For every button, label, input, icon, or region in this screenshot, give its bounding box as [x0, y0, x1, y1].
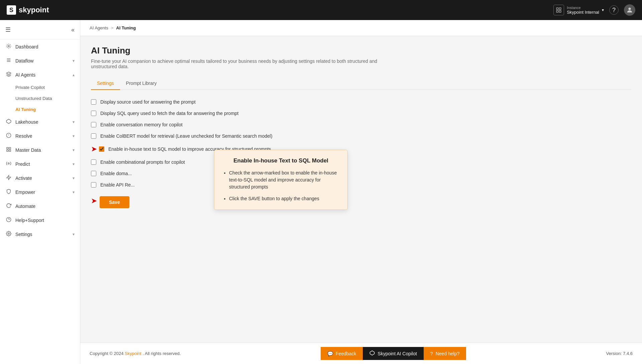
checkbox-label-8: Enable API Re... [100, 182, 135, 188]
checkbox-row-7: Enable doma... [91, 171, 631, 176]
page-subtitle: Fine-tune your AI companion to achieve o… [91, 58, 392, 69]
copilot-button[interactable]: Skypoint AI Copilot [363, 347, 424, 360]
sidebar-item-master-data[interactable]: Master Data ▾ [0, 143, 80, 157]
collapse-sidebar-icon[interactable]: « [71, 26, 75, 33]
checkbox-row-4: Enable ColBERT model for retrieval (Leav… [91, 133, 631, 139]
sidebar-item-resolve[interactable]: Resolve ▾ [0, 129, 80, 143]
page-title: AI Tuning [91, 45, 631, 56]
content-area: AI Agents > AI Tuning AI Tuning Fine-tun… [80, 20, 642, 364]
need-help-icon: ? [430, 351, 433, 356]
svg-rect-13 [9, 150, 11, 151]
dataflow-icon [5, 57, 12, 64]
checkbox-row-6: Enable combinational prompts for copilot [91, 159, 631, 165]
checkbox-combinational-prompts[interactable] [91, 159, 96, 165]
lakehouse-icon [5, 119, 12, 125]
chevron-down-icon: ▾ [602, 8, 604, 12]
checkbox-row-1: Display source used for answering the pr… [91, 99, 631, 105]
sidebar: ☰ « Dashboard Dataflow ▾ AI Agents ▴ Pri… [0, 20, 80, 364]
sidebar-item-private-copilot[interactable]: Private Copilot [0, 82, 80, 93]
sidebar-item-settings[interactable]: Settings ▾ [0, 227, 80, 241]
sidebar-item-activate[interactable]: Activate ▾ [0, 171, 80, 185]
svg-rect-3 [559, 11, 561, 12]
checkbox-display-sql[interactable] [91, 111, 96, 116]
checkbox-row-2: Display SQL query used to fetch the data… [91, 111, 631, 116]
checkbox-api[interactable] [91, 182, 96, 188]
app-logo[interactable]: S skypoint [7, 5, 49, 15]
chevron-icon: ▴ [73, 73, 75, 77]
tabs: Settings Prompt Library [91, 77, 631, 90]
svg-marker-15 [7, 175, 11, 179]
save-button[interactable]: Save [100, 196, 129, 208]
sidebar-item-help-support[interactable]: Help+Support [0, 213, 80, 227]
sidebar-item-dataflow[interactable]: Dataflow ▾ [0, 54, 80, 68]
dashboard-icon [5, 43, 12, 50]
checkbox-label-3: Enable conversation memory for copilot [100, 122, 183, 127]
sidebar-item-ai-agents[interactable]: AI Agents ▴ [0, 68, 80, 82]
svg-marker-6 [6, 119, 11, 123]
checkbox-row-3: Enable conversation memory for copilot [91, 122, 631, 127]
sidebar-item-ai-tuning[interactable]: AI Tuning [0, 104, 80, 115]
svg-marker-19 [370, 351, 374, 355]
checkbox-domain[interactable] [91, 171, 96, 176]
logo-letter: S [7, 5, 16, 15]
avatar[interactable] [624, 4, 635, 16]
breadcrumb-parent[interactable]: AI Agents [90, 25, 108, 30]
chevron-icon: ▾ [73, 190, 75, 195]
need-help-button[interactable]: ? Need help? [424, 347, 466, 360]
tooltip-title: Enable In-house Text to SQL Model [223, 157, 339, 164]
sidebar-item-label: Lakehouse [15, 119, 38, 125]
master-data-icon [5, 147, 12, 153]
instance-label: Instance [567, 6, 599, 10]
arrow-indicator-5: ➤ [91, 145, 99, 153]
sidebar-item-automate[interactable]: Automate [0, 199, 80, 213]
version-text: Version: 7.4.6 [606, 351, 633, 356]
red-arrow-save-icon: ➤ [91, 197, 97, 205]
sidebar-item-unstructured-data[interactable]: Unstructured Data [0, 93, 80, 104]
tooltip-item-1: Check the arrow-marked box to enable the… [229, 169, 339, 191]
sidebar-item-label: Help+Support [15, 218, 44, 223]
checkbox-colbert[interactable] [91, 133, 96, 139]
checkbox-conversation-memory[interactable] [91, 122, 96, 127]
tooltip-list: Check the arrow-marked box to enable the… [223, 169, 339, 202]
settings-icon [5, 231, 12, 238]
action-buttons-group: 💬 Feedback Skypoint AI Copilot ? Need he… [321, 347, 466, 360]
bottom-bar: Copyright © 2024 Skypoint . All rights r… [80, 343, 642, 364]
brand-link[interactable]: Skypoint [125, 351, 141, 356]
chevron-icon: ▾ [73, 134, 75, 138]
copilot-icon [369, 350, 375, 357]
checkbox-label-4: Enable ColBERT model for retrieval (Leav… [100, 133, 273, 139]
save-row: ➤ Save [91, 194, 631, 208]
chevron-icon: ▾ [73, 148, 75, 152]
checkbox-label-1: Display source used for answering the pr… [100, 99, 196, 105]
chevron-icon: ▾ [73, 120, 75, 124]
checkbox-row-5: ➤ Enable in-house text to SQL model to i… [91, 145, 631, 153]
checkbox-row-8: Enable API Re... [91, 182, 631, 188]
feedback-icon: 💬 [327, 351, 333, 356]
instance-selector[interactable]: Instance Skypoint Internal ▾ [553, 5, 604, 15]
sidebar-item-label: Dataflow [15, 58, 33, 64]
breadcrumb-separator: > [111, 25, 114, 30]
checkbox-display-source[interactable] [91, 99, 96, 105]
sidebar-item-label: AI Agents [15, 72, 35, 78]
tab-prompt-library[interactable]: Prompt Library [120, 77, 163, 90]
rights-text: . All rights reserved. [142, 351, 181, 356]
checkbox-label-7: Enable doma... [100, 171, 132, 176]
sidebar-item-label: Settings [15, 232, 32, 237]
svg-point-18 [8, 233, 9, 234]
help-icon[interactable]: ? [609, 5, 619, 15]
svg-rect-12 [7, 150, 8, 151]
sidebar-item-label: Empower [15, 190, 35, 195]
sidebar-item-empower[interactable]: Empower ▾ [0, 185, 80, 199]
sidebar-item-predict[interactable]: Predict ▾ [0, 157, 80, 171]
svg-point-5 [8, 45, 9, 47]
svg-rect-11 [9, 147, 11, 149]
tooltip-popup: Enable In-house Text to SQL Model Check … [214, 150, 348, 210]
hamburger-icon[interactable]: ☰ [5, 26, 11, 33]
svg-rect-10 [7, 147, 8, 149]
red-arrow-icon: ➤ [91, 145, 97, 153]
tab-settings[interactable]: Settings [91, 77, 120, 90]
checkbox-inhouse-sql[interactable] [99, 146, 104, 152]
sidebar-item-lakehouse[interactable]: Lakehouse ▾ [0, 115, 80, 129]
feedback-button[interactable]: 💬 Feedback [321, 347, 363, 360]
sidebar-item-dashboard[interactable]: Dashboard [0, 40, 80, 54]
